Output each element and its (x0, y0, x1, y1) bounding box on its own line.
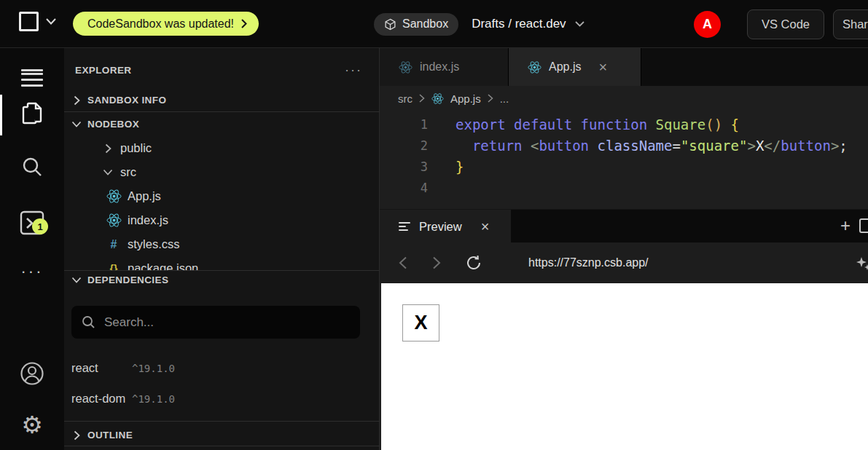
account-icon[interactable] (0, 360, 64, 387)
code-editor[interactable]: 1export default function Square() {2 ret… (380, 111, 868, 209)
dependency-row-react[interactable]: react ^19.1.0 (64, 356, 380, 380)
dependency-search[interactable] (71, 306, 360, 339)
menu-icon[interactable] (0, 56, 64, 84)
folder-public[interactable]: public (64, 136, 380, 160)
plus-icon[interactable]: + (840, 216, 851, 236)
line-number: 2 (380, 135, 428, 157)
close-icon[interactable]: × (598, 60, 607, 74)
breadcrumb-tail: ... (500, 92, 509, 105)
tab-label: App.js (549, 60, 581, 74)
terminal-icon[interactable]: 1 (0, 205, 64, 240)
code-line: 2 return <button className="square">X</b… (380, 135, 868, 157)
sandbox-type-badge[interactable]: Sandbox (374, 13, 458, 36)
chevron-right-icon (488, 94, 493, 103)
react-icon (399, 60, 413, 74)
preview-tab-label: Preview (419, 220, 462, 234)
tab-index-js[interactable]: index.js (380, 48, 509, 86)
line-number: 4 (380, 178, 428, 199)
tab-label: index.js (420, 60, 459, 74)
preview-tab-strip: + (511, 210, 868, 242)
section-dependencies[interactable]: DEPENDENCIES (64, 268, 380, 292)
sparkle-icon[interactable] (856, 256, 868, 272)
top-bar: CodeSandbox was updated! Sandbox Drafts … (0, 0, 868, 48)
settings-gear-icon[interactable]: ⚙ (0, 411, 64, 438)
update-banner[interactable]: CodeSandbox was updated! (73, 12, 259, 36)
react-icon (103, 213, 125, 228)
code-line: 4 (380, 178, 868, 199)
share-button[interactable]: Share (833, 9, 868, 39)
section-nodebox[interactable]: NODEBOX (64, 112, 380, 136)
preview-lines-icon (399, 220, 410, 233)
split-view-icon[interactable] (859, 218, 868, 233)
vscode-button-label: VS Code (762, 17, 810, 31)
back-icon[interactable] (399, 256, 432, 269)
refresh-icon[interactable] (466, 255, 499, 271)
dependency-search-input[interactable] (104, 315, 337, 330)
tab-app-js[interactable]: App.js × (509, 48, 641, 86)
chevron-down-icon (575, 21, 584, 27)
vscode-button[interactable]: VS Code (747, 9, 824, 39)
explorer-files-icon[interactable] (0, 100, 64, 127)
dependency-row-react-dom[interactable]: react-dom ^19.1.0 (64, 387, 380, 411)
project-breadcrumb-text: Drafts / react.dev (472, 17, 566, 31)
activity-bar: 1 ··· ⚙ (0, 48, 64, 450)
sandbox-badge-label: Sandbox (402, 17, 448, 31)
search-icon[interactable] (0, 153, 64, 181)
editor-breadcrumb[interactable]: src App.js ... (380, 86, 868, 111)
more-actions-icon[interactable]: ··· (0, 258, 64, 285)
preview-tab-row: Preview × + (380, 209, 868, 242)
react-icon (103, 189, 125, 204)
file-styles-css[interactable]: # styles.css (64, 232, 380, 256)
chevron-down-icon (69, 121, 85, 127)
section-outline[interactable]: OUTLINE (64, 423, 380, 447)
search-icon (82, 315, 95, 329)
user-avatar[interactable]: A (694, 11, 721, 38)
forward-icon[interactable] (432, 256, 466, 269)
react-icon (431, 92, 444, 105)
chevron-down-icon (69, 277, 85, 283)
code-line: 1export default function Square() { (380, 114, 868, 135)
url-field[interactable]: https://77sznp.csb.app/ (528, 256, 649, 269)
breadcrumb-folder: src (398, 92, 413, 105)
chevron-right-icon (100, 143, 116, 154)
react-icon (528, 60, 541, 74)
preview-nav-bar: https://77sznp.csb.app/ (380, 242, 868, 283)
explorer-panel: EXPLORER ··· SANDBOX INFO NODEBOX public… (64, 48, 380, 450)
chevron-right-icon (69, 95, 85, 106)
section-sandbox-info[interactable]: SANDBOX INFO (64, 88, 380, 112)
file-index-js[interactable]: index.js (64, 208, 380, 232)
cube-icon (384, 18, 396, 31)
chevron-down-icon (100, 169, 116, 175)
editor-tab-strip: index.js App.js × (380, 48, 868, 86)
line-number: 3 (380, 157, 428, 178)
line-number: 1 (380, 114, 428, 135)
preview-viewport: X (381, 283, 868, 450)
chevron-down-icon (46, 18, 56, 25)
codesandbox-logo-icon (19, 12, 39, 31)
chevron-right-icon (69, 430, 85, 441)
code-line: 3} (380, 157, 868, 178)
folder-src[interactable]: src (64, 160, 380, 184)
css-hash-icon: # (103, 238, 125, 251)
update-banner-text: CodeSandbox was updated! (87, 17, 234, 31)
terminal-badge: 1 (32, 218, 48, 234)
preview-square-button[interactable]: X (402, 304, 439, 342)
breadcrumb-file: App.js (450, 92, 481, 105)
project-breadcrumb[interactable]: Drafts / react.dev (472, 17, 584, 31)
share-button-label: Share (842, 17, 868, 31)
chevron-right-icon (241, 19, 247, 28)
codesandbox-logo-menu[interactable] (19, 12, 56, 31)
file-app-js[interactable]: App.js (64, 184, 380, 208)
code-lines: 1export default function Square() {2 ret… (380, 114, 868, 199)
chevron-right-icon (419, 94, 425, 103)
preview-tab[interactable]: Preview × (380, 210, 511, 243)
close-icon[interactable]: × (481, 218, 490, 235)
editor-area: index.js App.js × src App.js ... 1export… (380, 48, 868, 450)
avatar-initial: A (703, 17, 712, 32)
